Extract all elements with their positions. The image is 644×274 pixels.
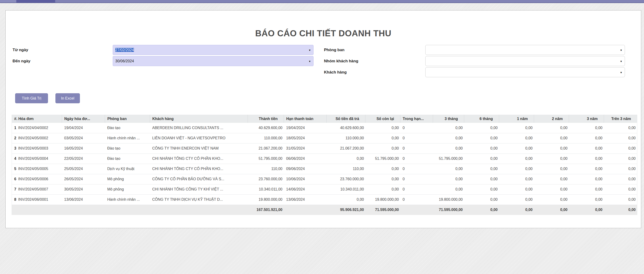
invoice-cell: 4INV/2024/05/0004: [12, 154, 62, 164]
m6-cell: 0,00: [464, 184, 499, 195]
table-row: 7INV/2024/05/0007 30/05/2024 Mô phỏng CH…: [12, 184, 637, 195]
due-date-cell: 10/06/2024: [284, 174, 326, 184]
amount-cell: 23.760.000,00: [248, 174, 284, 184]
to-date-value: 30/06/2024: [115, 59, 134, 63]
col-3-years: 3 năm: [569, 115, 604, 123]
m3-cell: 0,00: [433, 123, 464, 133]
col-3-months: 3 tháng: [433, 115, 464, 123]
invoice-date-cell: 30/05/2024: [62, 184, 105, 195]
invoice-cell: 2INV/2024/05/0002: [12, 133, 62, 143]
customer-group-label: Nhóm khách hàng: [324, 56, 358, 66]
calculate-button[interactable]: Tính Giá Trị: [15, 93, 48, 103]
m3-cell: 51.795.000,00: [433, 154, 464, 164]
table-row: 1INV/2024/04/0002 19/04/2024 Đào tạo ABE…: [12, 123, 637, 133]
y3-cell: 0,00: [569, 174, 604, 184]
dropdown-arrow-icon[interactable]: ▾: [620, 56, 622, 66]
col-customer: Khách hàng: [150, 115, 248, 123]
y1-cell: 0,00: [499, 164, 534, 174]
m3-cell: 0,00: [433, 164, 464, 174]
remaining-cell: 0,00: [366, 123, 400, 133]
y2-cell: 0,00: [534, 184, 569, 195]
dropdown-arrow-icon[interactable]: ▾: [620, 67, 622, 77]
amount-cell: 21.067.200,00: [248, 143, 284, 154]
customer-group-select[interactable]: ▾: [425, 56, 625, 66]
invoice-date-cell: 25/05/2024: [62, 164, 105, 174]
table-row: 6INV/2024/05/0006 26/05/2024 Mô phỏng CÔ…: [12, 174, 637, 184]
amount-cell: 110,00: [248, 164, 284, 174]
customer-cell: CHI NHÁNH TỔNG CÔNG TY KHÍ VIỆT ...: [150, 184, 248, 195]
due-date-cell: 13/06/2024: [284, 195, 326, 205]
amount-cell: 51.795.000,00: [248, 154, 284, 164]
paid-cell: 110.000,00: [326, 133, 366, 143]
col-6-months: 6 tháng: [464, 115, 499, 123]
over3-cell: 0,00: [604, 195, 637, 205]
y3-cell: 0,00: [569, 133, 604, 143]
paid-cell: 10.340.011,00: [326, 184, 366, 195]
customer-select[interactable]: ▾: [425, 67, 625, 77]
dropdown-arrow-icon[interactable]: ▾: [309, 56, 310, 66]
m3-cell: 19.800.000,00: [433, 195, 464, 205]
department-cell: Dịch vụ Kỹ thuật: [105, 164, 150, 174]
amount-cell: 40.629.600,00: [248, 123, 284, 133]
in-term-cell: 0: [400, 164, 433, 174]
y3-cell: 0,00: [569, 143, 604, 154]
invoice-cell: 7INV/2024/05/0007: [12, 184, 62, 195]
col-paid: Số tiền đã trả: [326, 115, 366, 123]
remaining-cell: 19.800.000,00: [366, 195, 400, 205]
in-term-cell: 0: [400, 184, 433, 195]
m6-cell: 0,00: [464, 195, 499, 205]
y1-cell: 0,00: [499, 154, 534, 164]
over3-cell: 0,00: [604, 164, 637, 174]
total-1-year: 0,00: [499, 205, 534, 215]
from-date-input[interactable]: 27/02/2024 ▾: [113, 45, 314, 55]
col-2-years: 2 năm: [534, 115, 569, 123]
y2-cell: 0,00: [534, 123, 569, 133]
over3-cell: 0,00: [604, 133, 637, 143]
to-date-input[interactable]: 30/06/2024 ▾: [113, 56, 314, 66]
y3-cell: 0,00: [569, 123, 604, 133]
y3-cell: 0,00: [569, 184, 604, 195]
y1-cell: 0,00: [499, 143, 534, 154]
total-paid: 95.906.921,00: [326, 205, 366, 215]
y1-cell: 0,00: [499, 133, 534, 143]
from-date-label: Từ ngày: [12, 45, 28, 55]
remaining-cell: 0,00: [366, 143, 400, 154]
col-amount: Thành tiền: [248, 115, 284, 123]
over3-cell: 0,00: [604, 184, 637, 195]
page-title: BÁO CÁO CHI TIẾT DOANH THU: [6, 29, 641, 38]
total-3-months: 71.595.000,00: [433, 205, 464, 215]
in-term-cell: 0: [400, 123, 433, 133]
in-term-cell: 0: [400, 195, 433, 205]
table-header-row: #. Hóa đơn Ngày hóa đơ... Phòng ban Khác…: [12, 115, 637, 123]
invoice-cell: 5INV/2024/05/0005: [12, 164, 62, 174]
y2-cell: 0,00: [534, 143, 569, 154]
total-3-years: 0,00: [569, 205, 604, 215]
total-amount: 167.501.921,00: [248, 205, 284, 215]
department-cell: Hành chính nhân ...: [105, 133, 150, 143]
col-remaining: Số còn lại: [366, 115, 400, 123]
m6-cell: 0,00: [464, 143, 499, 154]
remaining-cell: 0,00: [366, 164, 400, 174]
col-in-term: Trong hạn...: [400, 115, 433, 123]
m3-cell: 0,00: [433, 133, 464, 143]
export-excel-button[interactable]: In Excel: [56, 93, 80, 103]
invoice-cell: 1INV/2024/04/0002: [12, 123, 62, 133]
dropdown-arrow-icon[interactable]: ▾: [309, 45, 310, 55]
remaining-cell: 0,00: [366, 184, 400, 195]
paid-cell: 110,00: [326, 164, 366, 174]
table-body: 1INV/2024/04/0002 19/04/2024 Đào tạo ABE…: [12, 123, 637, 205]
invoice-date-cell: 13/06/2024: [62, 195, 105, 205]
table-row: 3INV/2024/05/0003 16/05/2024 Đào tạo CÔN…: [12, 143, 637, 154]
col-invoice-date: Ngày hóa đơ...: [62, 115, 105, 123]
y2-cell: 0,00: [534, 164, 569, 174]
due-date-cell: 06/06/2024: [284, 154, 326, 164]
dropdown-arrow-icon[interactable]: ▾: [620, 45, 622, 55]
over3-cell: 0,00: [604, 154, 637, 164]
y1-cell: 0,00: [499, 123, 534, 133]
y3-cell: 0,00: [569, 154, 604, 164]
y3-cell: 0,00: [569, 164, 604, 174]
y1-cell: 0,00: [499, 195, 534, 205]
department-select[interactable]: ▾: [425, 45, 625, 55]
from-date-value: 27/02/2024: [115, 48, 134, 52]
revenue-report-screen: BÁO CÁO CHI TIẾT DOANH THU Từ ngày 27/02…: [0, 0, 644, 274]
